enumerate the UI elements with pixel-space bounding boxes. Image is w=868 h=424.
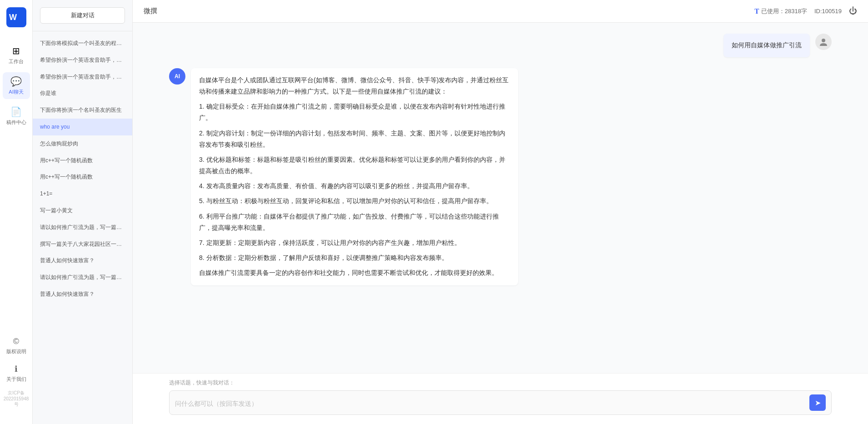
- workbench-icon: ⊞: [12, 45, 20, 56]
- chat-area: 如何用自媒体做推广引流AI自媒体平台是个人或团队通过互联网平台(如博客、微博、微…: [133, 23, 868, 373]
- about-label: 关于我们: [6, 376, 26, 383]
- sidebar-history-item[interactable]: 普通人如何快速致富？: [33, 286, 132, 303]
- sidebar-history-item[interactable]: who are you: [33, 119, 132, 135]
- user-message-bubble: 如何用自媒体做推广引流: [723, 34, 810, 57]
- sidebar-history-item[interactable]: 请以如何推广引流为题，写一篇大纲: [33, 269, 132, 286]
- send-icon: ➤: [815, 399, 821, 407]
- ai-message-text: 自媒体平台是个人或团队通过互联网平台(如博客、微博、微信公众号、抖音、快手等)发…: [199, 75, 510, 279]
- sidebar-history-item[interactable]: 普通人如何快速致富？: [33, 252, 132, 269]
- sidebar-history-item[interactable]: 写一篇小黄文: [33, 202, 132, 219]
- ai-avatar: AI: [169, 68, 185, 85]
- about-item[interactable]: ℹ 关于我们: [3, 360, 30, 386]
- sidebar-header: 新建对话: [33, 0, 132, 31]
- logo-area: W: [6, 7, 26, 27]
- svg-point-2: [822, 39, 825, 42]
- ai-chat-label: AI聊天: [9, 89, 23, 95]
- sidebar-history-item[interactable]: 请以如何推广引流为题，写一篇大纲: [33, 219, 132, 236]
- sidebar-history-item[interactable]: 1+1=: [33, 185, 132, 202]
- usage-text: 已使用：28318字: [761, 7, 807, 15]
- sidebar-history-item[interactable]: 用c++写一个随机函数: [33, 152, 132, 169]
- user-avatar: [815, 34, 832, 50]
- workbench-label: 工作台: [9, 58, 24, 65]
- main-area: 微撰 𝐓 已使用：28318字 ID:100519 ⏻ 如何用自媒体做推广引流A…: [133, 0, 868, 424]
- svg-text:W: W: [9, 13, 17, 22]
- usage-icon: 𝐓: [754, 7, 759, 15]
- page-title: 微撰: [144, 7, 157, 15]
- draft-label: 稿件中心: [6, 119, 26, 126]
- logout-button[interactable]: ⏻: [849, 6, 857, 16]
- sidebar-item-workbench[interactable]: ⊞ 工作台: [3, 42, 30, 69]
- sidebar-history-item[interactable]: 用c++写一个随机函数: [33, 169, 132, 185]
- sidebar-item-ai-chat[interactable]: 💬 AI聊天: [3, 72, 30, 99]
- sidebar-history-item[interactable]: 希望你扮演一个英语发音助手，我提供给你...: [33, 69, 132, 85]
- sidebar-item-draft[interactable]: 📄 稿件中心: [3, 103, 30, 130]
- send-button[interactable]: ➤: [809, 394, 826, 411]
- ai-message-bubble: 自媒体平台是个人或团队通过互联网平台(如博客、微博、微信公众号、抖音、快手等)发…: [191, 68, 518, 285]
- nav-bottom: © 版权说明 ℹ 关于我们 京ICP备2022015948号: [0, 333, 32, 417]
- sidebar-history-item[interactable]: 撰写一篇关于八大家花园社区一刻钟便民生...: [33, 236, 132, 253]
- chat-sidebar: 新建对话 下面你将模拟成一个叫圣友的程序员、我说...希望你扮演一个英语发音助手…: [33, 0, 133, 424]
- sidebar-history-item[interactable]: 希望你扮演一个英语发音助手，我提供给你...: [33, 52, 132, 69]
- sidebar-history-item[interactable]: 你是谁: [33, 85, 132, 102]
- message-row: 如何用自媒体做推广引流: [169, 34, 832, 57]
- sidebar-history-item[interactable]: 下面你将模拟成一个叫圣友的程序员、我说...: [33, 35, 132, 52]
- draft-icon: 📄: [10, 106, 22, 117]
- copyright-icon: ©: [13, 337, 19, 346]
- about-icon: ℹ: [15, 364, 18, 374]
- app-logo: W: [6, 7, 26, 27]
- input-wrapper: ➤: [169, 390, 832, 415]
- icp-text: 京ICP备2022015948号: [0, 388, 32, 409]
- chat-history-list: 下面你将模拟成一个叫圣友的程序员、我说...希望你扮演一个英语发音助手，我提供给…: [33, 31, 132, 424]
- message-row: AI自媒体平台是个人或团队通过互联网平台(如博客、微博、微信公众号、抖音、快手等…: [169, 68, 832, 285]
- sidebar-history-item[interactable]: 怎么做狗屁炒肉: [33, 135, 132, 152]
- left-navigation: W ⊞ 工作台 💬 AI聊天 📄 稿件中心 © 版权说明 ℹ 关于我们 京ICP…: [0, 0, 33, 424]
- copyright-item[interactable]: © 版权说明: [3, 333, 30, 359]
- header-right: 𝐓 已使用：28318字 ID:100519 ⏻: [754, 6, 857, 16]
- ai-chat-icon: 💬: [10, 76, 22, 87]
- usage-info: 𝐓 已使用：28318字: [754, 7, 807, 15]
- sidebar-history-item[interactable]: 下面你将扮演一个名叫圣友的医生: [33, 102, 132, 119]
- chat-input[interactable]: [175, 400, 806, 411]
- copyright-label: 版权说明: [6, 348, 26, 355]
- user-id: ID:100519: [814, 8, 842, 15]
- nav-items: ⊞ 工作台 💬 AI聊天 📄 稿件中心: [3, 42, 30, 333]
- top-header: 微撰 𝐓 已使用：28318字 ID:100519 ⏻: [133, 0, 868, 23]
- new-chat-button[interactable]: 新建对话: [40, 7, 125, 24]
- quick-topics-label: 选择话题，快速与我对话：: [169, 379, 832, 387]
- input-area: 选择话题，快速与我对话： ➤: [133, 373, 868, 424]
